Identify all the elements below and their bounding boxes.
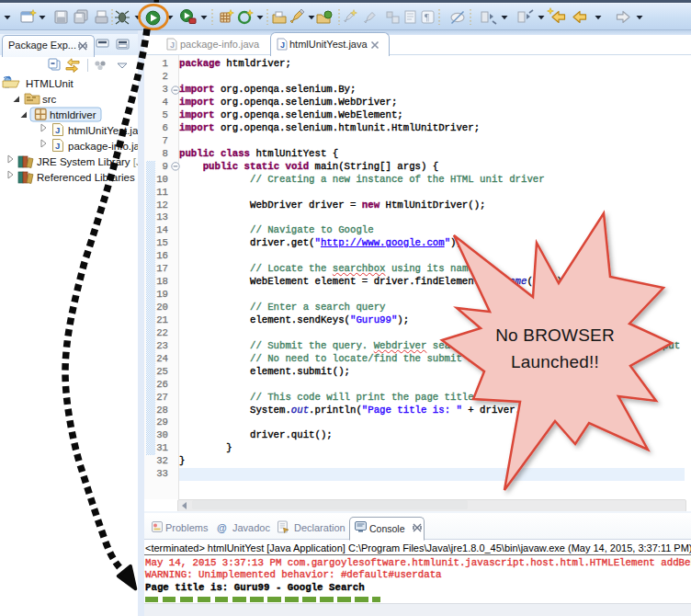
svg-text:No BROWSER: No BROWSER: [495, 325, 615, 345]
svg-text:Launched!!: Launched!!: [511, 352, 599, 371]
